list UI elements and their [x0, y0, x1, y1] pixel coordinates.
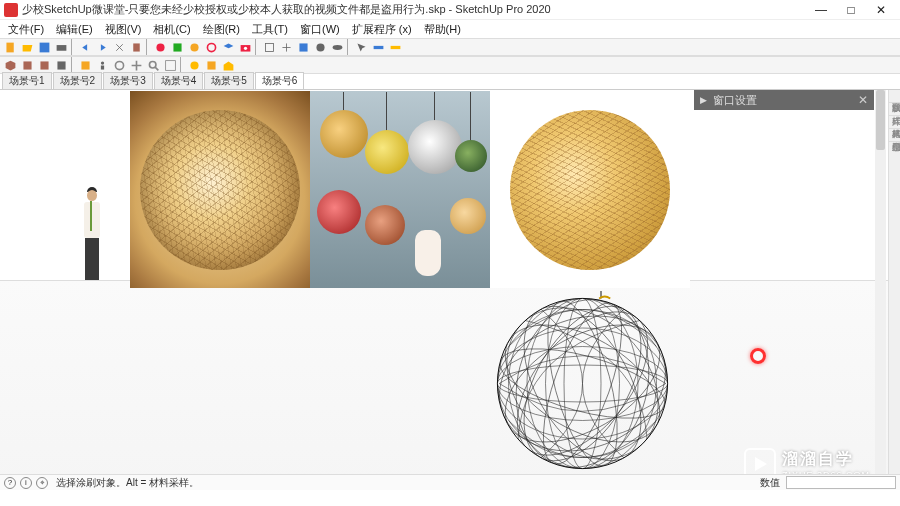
menu-camera[interactable]: 相机(C) — [147, 20, 196, 39]
close-icon[interactable]: ✕ — [858, 93, 868, 107]
cursor-indicator-icon — [750, 348, 766, 364]
materials-icon[interactable] — [203, 57, 219, 73]
component-icon[interactable] — [169, 39, 185, 55]
svg-rect-2 — [56, 45, 66, 51]
toolbar-separator — [180, 57, 184, 73]
pendant-ball — [450, 198, 486, 234]
svg-rect-5 — [173, 43, 181, 51]
right-tab-4[interactable]: 模型信息 — [889, 129, 900, 142]
close-button[interactable]: ✕ — [866, 0, 896, 20]
svg-rect-19 — [81, 61, 89, 69]
shadows-icon[interactable] — [186, 57, 202, 73]
pan-icon[interactable] — [128, 57, 144, 73]
viewport[interactable]: ▶ 窗口设置 ✕ 默认面板 样式库 风格样式 模型信息 ▾ 溜溜自学 ZIXUE… — [0, 90, 900, 490]
scene-tab-5[interactable]: 场景号5 — [204, 72, 254, 89]
open-file-icon[interactable] — [19, 39, 35, 55]
minimize-button[interactable]: — — [806, 0, 836, 20]
side-view-icon[interactable] — [53, 57, 69, 73]
toolbar-separator — [255, 39, 259, 55]
wireframe-sphere-model[interactable] — [490, 291, 675, 476]
chevron-right-icon: ▶ — [700, 95, 707, 105]
walkthrough-icon[interactable] — [94, 57, 110, 73]
right-tab-1[interactable]: 默认面板 — [889, 90, 900, 103]
undo-icon[interactable] — [77, 39, 93, 55]
menu-draw[interactable]: 绘图(R) — [197, 20, 246, 39]
layers-icon[interactable] — [220, 39, 236, 55]
shaded-icon[interactable] — [295, 39, 311, 55]
pendant-ball — [365, 130, 409, 174]
select-icon[interactable] — [353, 39, 369, 55]
redo-icon[interactable] — [94, 39, 110, 55]
print-icon[interactable] — [53, 39, 69, 55]
vertical-scrollbar[interactable]: ▾ — [875, 90, 886, 490]
scene-tab-4[interactable]: 场景号4 — [154, 72, 204, 89]
svg-rect-18 — [57, 61, 65, 69]
right-sidebar-tabs: 默认面板 样式库 风格样式 模型信息 — [888, 90, 900, 490]
scrollbar-thumb[interactable] — [876, 90, 885, 150]
paste-icon[interactable] — [128, 39, 144, 55]
top-view-icon[interactable] — [19, 57, 35, 73]
tape-icon[interactable] — [387, 39, 403, 55]
svg-point-4 — [156, 43, 164, 51]
tray-title: 窗口设置 — [713, 93, 757, 108]
fog-icon[interactable] — [329, 39, 345, 55]
svg-rect-14 — [373, 45, 383, 48]
maximize-button[interactable]: □ — [836, 0, 866, 20]
gear-icon[interactable] — [152, 39, 168, 55]
warehouse-icon[interactable] — [220, 57, 236, 73]
section-icon[interactable] — [77, 57, 93, 73]
pendant-ball — [408, 120, 462, 174]
svg-point-7 — [207, 43, 215, 51]
reference-image-3[interactable] — [490, 91, 690, 288]
scene-tab-1[interactable]: 场景号1 — [2, 72, 52, 89]
help-icon[interactable]: ? — [4, 477, 16, 489]
menu-edit[interactable]: 编辑(E) — [50, 20, 99, 39]
scale-figure[interactable] — [80, 187, 104, 279]
svg-rect-10 — [265, 43, 273, 51]
svg-point-6 — [190, 43, 198, 51]
measurement-input[interactable] — [786, 476, 896, 489]
window-controls: — □ ✕ — [806, 0, 896, 20]
front-view-icon[interactable] — [36, 57, 52, 73]
tray-panel-header[interactable]: ▶ 窗口设置 ✕ — [694, 90, 874, 110]
toolbar-separator — [146, 39, 150, 55]
wireframe-icon[interactable] — [278, 39, 294, 55]
save-icon[interactable] — [36, 39, 52, 55]
geo-icon[interactable]: ⌖ — [36, 477, 48, 489]
menu-window[interactable]: 窗口(W) — [294, 20, 346, 39]
scene-tab-2[interactable]: 场景号2 — [53, 72, 103, 89]
reference-image-1[interactable] — [130, 91, 310, 288]
lamp-cord-icon — [470, 92, 471, 144]
menu-help[interactable]: 帮助(H) — [418, 20, 467, 39]
svg-point-20 — [100, 61, 103, 64]
svg-rect-1 — [39, 42, 49, 52]
right-tab-3[interactable]: 风格样式 — [889, 116, 900, 129]
zoom-extents-icon[interactable] — [162, 57, 178, 73]
zoom-icon[interactable] — [145, 57, 161, 73]
info-icon[interactable]: i — [20, 477, 32, 489]
pendant-ball — [365, 205, 405, 245]
refresh-icon[interactable] — [203, 39, 219, 55]
svg-rect-23 — [165, 60, 175, 70]
explode-icon[interactable] — [186, 39, 202, 55]
ruler-icon[interactable] — [370, 39, 386, 55]
new-file-icon[interactable] — [2, 39, 18, 55]
cut-icon[interactable] — [111, 39, 127, 55]
right-tab-2[interactable]: 样式库 — [889, 103, 900, 116]
toolbar-row-1 — [0, 38, 900, 56]
scene-tab-3[interactable]: 场景号3 — [103, 72, 153, 89]
svg-point-21 — [115, 61, 123, 69]
camera-icon[interactable] — [237, 39, 253, 55]
menu-extensions[interactable]: 扩展程序 (x) — [346, 20, 418, 39]
menu-file[interactable]: 文件(F) — [2, 20, 50, 39]
iso-view-icon[interactable] — [2, 57, 18, 73]
menu-tools[interactable]: 工具(T) — [246, 20, 294, 39]
orbit-icon[interactable] — [111, 57, 127, 73]
toolbar-separator — [347, 39, 351, 55]
scene-tab-6[interactable]: 场景号6 — [255, 72, 305, 89]
box-icon[interactable] — [261, 39, 277, 55]
style-icon[interactable] — [312, 39, 328, 55]
svg-rect-15 — [390, 45, 400, 48]
menu-view[interactable]: 视图(V) — [99, 20, 148, 39]
status-hint: 选择涂刷对象。Alt = 材料采样。 — [56, 476, 199, 490]
